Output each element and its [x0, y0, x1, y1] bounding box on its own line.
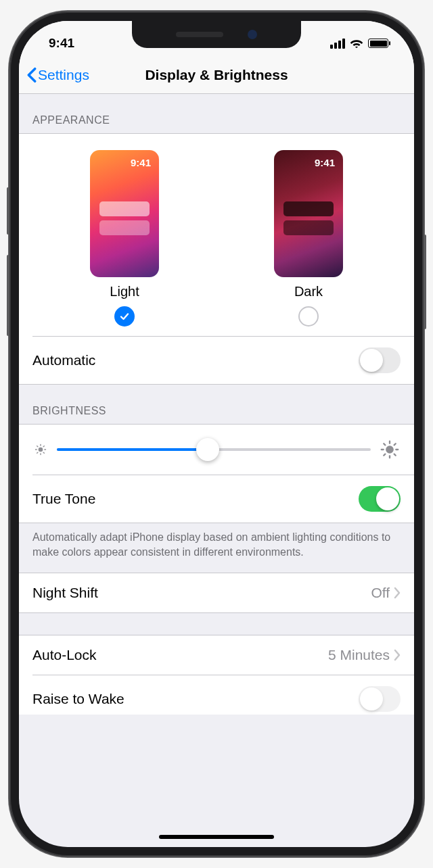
light-preview-thumbnail: 9:41	[90, 150, 159, 277]
raise-to-wake-row: Raise to Wake	[19, 675, 414, 715]
sun-min-icon	[34, 443, 47, 456]
thumb-time: 9:41	[315, 157, 335, 168]
chevron-left-icon	[27, 67, 37, 83]
cellular-signal-icon	[330, 39, 345, 49]
content[interactable]: APPEARANCE 9:41 Light	[19, 94, 414, 847]
automatic-row: Automatic	[19, 337, 414, 384]
status-time: 9:41	[49, 36, 74, 51]
svg-line-15	[394, 454, 396, 456]
chevron-right-icon	[394, 649, 401, 661]
true-tone-label: True Tone	[32, 491, 95, 507]
home-indicator[interactable]	[159, 835, 274, 839]
battery-icon	[368, 39, 388, 48]
night-shift-label: Night Shift	[32, 585, 98, 601]
svg-line-6	[43, 452, 44, 453]
automatic-label: Automatic	[32, 352, 95, 368]
svg-line-5	[37, 446, 38, 447]
raise-to-wake-switch[interactable]	[359, 686, 401, 712]
dark-radio[interactable]	[298, 306, 319, 327]
brightness-group: True Tone	[19, 424, 414, 523]
brightness-slider[interactable]	[57, 438, 371, 461]
checkmark-icon	[119, 311, 130, 322]
auto-lock-value: 5 Minutes	[328, 647, 390, 663]
phone-frame: 9:41 Settings Display & Brightness APPEA…	[9, 11, 424, 857]
sun-max-icon	[380, 440, 399, 459]
auto-lock-label: Auto-Lock	[32, 647, 97, 663]
svg-point-0	[39, 448, 43, 452]
light-label: Light	[110, 284, 139, 299]
raise-to-wake-label: Raise to Wake	[32, 691, 124, 707]
appearance-option-light[interactable]: 9:41 Light	[70, 150, 179, 327]
brightness-header: BRIGHTNESS	[19, 385, 414, 424]
true-tone-footer: Automatically adapt iPhone display based…	[19, 523, 414, 573]
automatic-switch[interactable]	[359, 347, 401, 373]
light-radio[interactable]	[114, 306, 135, 327]
svg-line-8	[43, 446, 44, 447]
svg-line-17	[394, 443, 396, 445]
appearance-group: 9:41 Light 9:41 Dark	[19, 133, 414, 385]
dark-preview-thumbnail: 9:41	[274, 150, 343, 277]
thumb-time: 9:41	[131, 157, 151, 168]
true-tone-switch[interactable]	[359, 486, 401, 512]
screen: 9:41 Settings Display & Brightness APPEA…	[19, 21, 414, 847]
auto-lock-group: Auto-Lock 5 Minutes Raise to Wake	[19, 635, 414, 715]
auto-lock-row[interactable]: Auto-Lock 5 Minutes	[19, 635, 414, 675]
svg-line-14	[384, 443, 385, 445]
notch	[132, 21, 301, 48]
brightness-slider-row	[19, 425, 414, 475]
back-label: Settings	[38, 67, 89, 83]
appearance-header: APPEARANCE	[19, 94, 414, 133]
night-shift-value: Off	[371, 585, 390, 601]
true-tone-row: True Tone	[19, 475, 414, 523]
back-button[interactable]: Settings	[27, 67, 89, 83]
night-shift-group: Night Shift Off	[19, 573, 414, 613]
page-title: Display & Brightness	[145, 67, 288, 83]
appearance-option-dark[interactable]: 9:41 Dark	[254, 150, 363, 327]
svg-line-16	[384, 454, 385, 456]
svg-point-9	[386, 445, 394, 454]
dark-label: Dark	[294, 284, 323, 299]
night-shift-row[interactable]: Night Shift Off	[19, 573, 414, 612]
svg-line-7	[37, 452, 38, 453]
nav-bar: Settings Display & Brightness	[19, 56, 414, 94]
wifi-icon	[350, 39, 363, 48]
chevron-right-icon	[394, 587, 401, 599]
